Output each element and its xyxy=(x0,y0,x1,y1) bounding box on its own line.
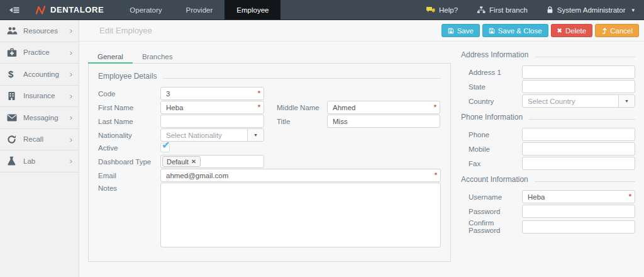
sidebar-item-label: Insurance xyxy=(23,92,55,99)
active-checkbox[interactable]: ✔ xyxy=(160,143,170,152)
last-name-label: Last Name xyxy=(98,118,160,125)
sidebar-item-insurance[interactable]: Insurance › xyxy=(0,86,79,108)
phone-input[interactable] xyxy=(522,128,635,141)
caret-down-icon: ▼ xyxy=(247,129,264,141)
delete-button[interactable]: ✖ Delete xyxy=(551,24,593,37)
save-button[interactable]: Save xyxy=(441,24,480,37)
first-name-input[interactable] xyxy=(160,101,264,114)
sidebar-collapse-button[interactable] xyxy=(0,0,28,20)
first-middle-name-row: First Name * Middle Name * xyxy=(98,101,441,114)
help-menu[interactable]: Help? xyxy=(416,0,467,20)
employee-details-legend: Employee Details xyxy=(98,72,441,81)
confirm-password-input[interactable] xyxy=(522,220,635,234)
lock-icon xyxy=(547,6,553,14)
phone-row: Phone xyxy=(461,128,635,141)
save-and-close-button[interactable]: Save & Close xyxy=(482,24,548,37)
branch-menu[interactable]: First branch xyxy=(467,0,537,20)
username-row: Username * xyxy=(461,190,635,203)
account-information-legend-text: Account Information xyxy=(461,175,528,184)
logo-pulse-icon xyxy=(35,5,46,15)
notes-textarea[interactable] xyxy=(160,183,441,247)
sidebar-item-label: Recall xyxy=(23,135,43,143)
confirm-password-row: Confirm Password xyxy=(461,219,635,234)
last-name-input[interactable] xyxy=(160,115,264,128)
legend-divider xyxy=(163,78,441,79)
user-caret-icon: ▾ xyxy=(631,7,635,13)
nav-item-employee[interactable]: Employee xyxy=(225,0,280,20)
notes-row: Notes xyxy=(98,183,441,247)
medical-bag-icon xyxy=(7,48,23,57)
nav-item-provider[interactable]: Provider xyxy=(174,0,225,20)
tab-bar: General Branches xyxy=(88,50,451,64)
required-marker: * xyxy=(435,171,437,179)
sidebar: Resources › Practice › $ Accounting › In… xyxy=(0,20,79,277)
employee-details-panel: Employee Details Code * First Name * Mid… xyxy=(88,64,451,262)
email-input[interactable] xyxy=(160,169,441,182)
nationality-row: Nationality Select Nationality ▼ xyxy=(98,128,441,142)
password-label: Password xyxy=(461,208,522,215)
top-navbar: DENTALORE Operatory Provider Employee He… xyxy=(0,0,644,20)
address-information-legend: Address Information xyxy=(461,50,635,59)
dashboard-type-input[interactable]: Default ✕ xyxy=(160,155,264,168)
middle-name-input[interactable] xyxy=(327,101,440,114)
account-information-legend: Account Information xyxy=(461,175,635,184)
username-input[interactable] xyxy=(522,190,635,203)
active-row: Active ✔ xyxy=(98,142,441,153)
legend-divider xyxy=(529,119,635,120)
sidebar-item-lab[interactable]: Lab › xyxy=(0,150,79,172)
required-marker: * xyxy=(629,193,631,200)
confirm-password-label: Confirm Password xyxy=(461,219,522,234)
building-icon xyxy=(7,91,23,101)
username-label: Username xyxy=(461,193,522,201)
sidebar-item-messaging[interactable]: Messaging › xyxy=(0,107,79,129)
code-input[interactable] xyxy=(160,87,264,100)
country-row: Country Select Country ▼ xyxy=(461,94,635,108)
chevron-right-icon: › xyxy=(70,156,72,166)
user-menu[interactable]: System Administrator ▾ xyxy=(537,0,644,20)
save-button-label: Save xyxy=(457,27,474,35)
sitemap-icon xyxy=(477,6,486,14)
active-label: Active xyxy=(98,144,160,152)
phone-label: Phone xyxy=(461,131,522,138)
page-title: Edit Employee xyxy=(99,26,152,35)
country-select[interactable]: Select Country ▼ xyxy=(522,94,635,108)
sidebar-item-label: Messaging xyxy=(23,114,58,122)
title-label: Title xyxy=(277,118,327,125)
sidebar-item-label: Resources xyxy=(23,27,58,35)
sidebar-item-resources[interactable]: Resources › xyxy=(0,20,79,42)
delete-button-label: Delete xyxy=(565,27,586,35)
save-and-close-button-label: Save & Close xyxy=(498,27,542,35)
brand-name: DENTALORE xyxy=(50,5,104,14)
state-row: State xyxy=(461,80,635,93)
country-select-value: Select Country xyxy=(523,95,618,107)
cancel-button[interactable]: Cancel xyxy=(595,24,639,37)
title-input[interactable] xyxy=(327,115,440,128)
mobile-input[interactable] xyxy=(522,142,635,155)
brand[interactable]: DENTALORE xyxy=(28,0,118,20)
dashboard-type-label: Dashboard Type xyxy=(98,158,160,166)
sidebar-item-accounting[interactable]: $ Accounting › xyxy=(0,64,79,86)
password-input[interactable] xyxy=(522,205,635,218)
tab-general[interactable]: General xyxy=(88,50,133,64)
sidebar-item-recall[interactable]: Recall › xyxy=(0,129,79,151)
fax-label: Fax xyxy=(461,160,522,167)
required-marker: * xyxy=(258,89,260,97)
caret-down-icon: ▼ xyxy=(618,95,635,107)
cancel-arrow-icon xyxy=(601,27,607,34)
nationality-select[interactable]: Select Nationality ▼ xyxy=(160,128,264,142)
dashboard-type-tag: Default ✕ xyxy=(162,156,201,167)
help-chat-icon xyxy=(426,6,435,14)
nav-item-operatory[interactable]: Operatory xyxy=(118,0,174,20)
dashboard-type-tag-label: Default xyxy=(167,158,189,166)
chevron-right-icon: › xyxy=(70,91,72,101)
tag-remove-icon[interactable]: ✕ xyxy=(191,158,196,165)
state-input[interactable] xyxy=(522,80,635,93)
address1-input[interactable] xyxy=(522,65,635,79)
tab-branches[interactable]: Branches xyxy=(133,50,182,63)
fax-input[interactable] xyxy=(522,157,635,170)
sidebar-item-practice[interactable]: Practice › xyxy=(0,42,79,64)
state-label: State xyxy=(461,83,522,91)
mobile-row: Mobile xyxy=(461,142,635,155)
code-label: Code xyxy=(98,90,160,98)
email-label: Email xyxy=(98,172,160,179)
